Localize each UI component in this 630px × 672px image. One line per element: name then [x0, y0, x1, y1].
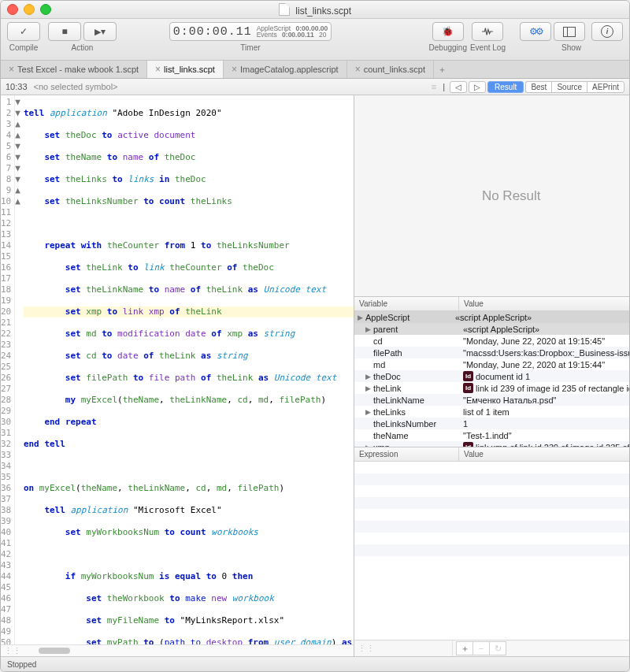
close-icon[interactable]: × [9, 64, 14, 75]
seg-source[interactable]: Source [551, 81, 587, 93]
variables-panel: Variable Value ▶AppleScript«script Apple… [354, 297, 629, 447]
tab-imagecatalog[interactable]: ×ImageCatalog.applescript [224, 61, 347, 78]
close-icon[interactable]: × [355, 64, 361, 75]
timer-ev-label: Events [257, 32, 277, 39]
expressions-header: Expression Value [354, 447, 629, 462]
col-value[interactable]: Value [459, 447, 629, 461]
variable-row[interactable]: cd"Monday, June 22, 2020 at 19:15:45" [354, 335, 629, 347]
variable-row[interactable]: ▶xmpIdlink xmp of link id 239 of image i… [354, 441, 629, 447]
result-format-seg: Best Source AEPrint [525, 81, 624, 93]
expr-remove-button[interactable]: − [473, 641, 490, 655]
expressions-body[interactable] [354, 462, 629, 640]
tab-label: Test Excel - make wbook 1.scpt [17, 65, 139, 74]
variable-row[interactable]: ▶theLinkIdlink id 239 of image id 235 of… [354, 382, 629, 394]
stop-button[interactable]: ■ [48, 22, 81, 41]
symbol-selection[interactable]: <no selected symbol> [34, 82, 118, 91]
variable-row[interactable]: theName"Test-1.indd" [354, 429, 629, 441]
action-group: ■ ▾ Action [48, 22, 117, 52]
zoom-button[interactable] [40, 4, 51, 15]
window-title: list_links.scpt [1, 3, 629, 17]
status-bar: Stopped [1, 656, 629, 671]
variable-row[interactable]: md"Monday, June 22, 2020 at 19:15:44" [354, 358, 629, 370]
variable-row[interactable]: theLinksNumber1 [354, 418, 629, 429]
window: list_links.scpt ✓ Compile ■ ▾ Action 0:0… [0, 0, 630, 672]
toolbar: ✓ Compile ■ ▾ Action 0:00:00.11 AppleScr… [1, 19, 629, 61]
variable-row[interactable]: filePath"macssd:Users:kas:Dropbox:_Busin… [354, 347, 629, 358]
toolbar-right: Debugging Event Log i Show [429, 22, 623, 52]
titlebar: list_links.scpt [1, 1, 629, 19]
editor-pane: 1 2 3 4 5 6 7 8 9 10 11 12 13 14 15 16 1… [1, 95, 354, 656]
timer-lcd: 0:00:00.11 [173, 25, 252, 39]
show-group: i Show [520, 22, 623, 52]
tab-label: count_links.scpt [364, 65, 425, 74]
variable-row[interactable]: ▶parent«script AppleScript» [354, 323, 629, 335]
compile-button[interactable]: ✓ [7, 22, 40, 41]
run-button[interactable]: ▾ [83, 22, 117, 41]
variables-body[interactable]: ▶AppleScript«script AppleScript»▶parent«… [354, 311, 629, 447]
close-button[interactable] [7, 4, 18, 15]
eventlog-group: Event Log [470, 22, 506, 52]
tab-count-links[interactable]: ×count_links.scpt [347, 61, 434, 78]
scroll-thumb[interactable] [39, 648, 70, 654]
close-icon[interactable]: × [232, 64, 237, 75]
fold-gutter[interactable]: ▼ ▼ ▲ ▲ ▼ ▼ ▼ ▼ ▲ ▲ [15, 95, 20, 644]
debugging-group: Debugging [429, 22, 467, 52]
show-label: Show [561, 43, 581, 52]
expr-refresh-button[interactable]: ↻ [490, 641, 506, 655]
expr-drag-icon[interactable]: ⋮⋮ [354, 640, 453, 656]
symbol-time: 10:33 [6, 82, 28, 91]
status-text: Stopped [7, 660, 36, 669]
expressions-panel: Expression Value ⋮⋮ ＋ [354, 447, 629, 656]
variable-row[interactable]: theLinkName"Емченко Наталья.psd" [354, 394, 629, 406]
show-panes-button[interactable] [554, 22, 585, 41]
info-icon: i [601, 25, 613, 38]
nav-back-button[interactable]: ◁ [450, 81, 467, 93]
eventlog-button[interactable] [472, 22, 503, 41]
variable-row[interactable]: ▶AppleScript«script AppleScript» [354, 311, 629, 323]
variable-row[interactable]: ▶theDocIddocument id 1 [354, 370, 629, 382]
nav-fwd-button[interactable]: ▷ [469, 81, 486, 93]
info-button[interactable]: i [591, 22, 623, 41]
main: 1 2 3 4 5 6 7 8 9 10 11 12 13 14 15 16 1… [1, 95, 629, 656]
hamburger-icon[interactable]: ≡ [430, 82, 438, 91]
debugging-button[interactable] [432, 22, 464, 41]
compile-label: Compile [9, 43, 39, 52]
debugging-label: Debugging [429, 43, 467, 52]
pane-icon [563, 27, 576, 37]
new-tab-button[interactable]: ＋ [434, 61, 451, 78]
close-icon[interactable]: × [155, 64, 161, 75]
timer-ev-val: 0:00.00.11 [282, 32, 314, 39]
result-pill[interactable]: Result [487, 81, 524, 93]
editor-hscroll[interactable]: ⋮⋮ [1, 644, 354, 656]
minimize-button[interactable] [24, 4, 35, 15]
hamburger-icon[interactable]: ⋮⋮ [1, 646, 24, 656]
bug-icon [442, 26, 454, 37]
symbol-bar: 10:33 <no selected symbol> ≡ | ◁ ▷ Resul… [1, 79, 629, 95]
gears-icon [529, 26, 542, 37]
timer-meta: AppleScript 0:00.00.00 Events 0:00.00.11… [257, 25, 328, 39]
col-expression[interactable]: Expression [354, 447, 459, 461]
line-gutter: 1 2 3 4 5 6 7 8 9 10 11 12 13 14 15 16 1… [1, 95, 15, 644]
seg-aeprint[interactable]: AEPrint [587, 81, 624, 93]
variable-row[interactable]: ▶theLinkslist of 1 item [354, 406, 629, 418]
col-value[interactable]: Value [459, 297, 629, 310]
action-label: Action [72, 43, 94, 52]
play-icon [94, 26, 101, 37]
tab-list-links[interactable]: ×list_links.scpt [147, 61, 224, 78]
tab-test-excel[interactable]: ×Test Excel - make wbook 1.scpt [1, 61, 147, 78]
timer-ev-count: 20 [319, 32, 326, 39]
right-pane: No Result Variable Value ▶AppleScript«sc… [354, 95, 629, 656]
traffic-lights [7, 4, 51, 15]
show-gears-button[interactable] [520, 22, 551, 41]
expr-add-button[interactable]: ＋ [456, 641, 473, 655]
indesign-icon: Id [463, 383, 473, 393]
result-panel: No Result [354, 95, 629, 297]
document-icon [279, 3, 290, 16]
seg-best[interactable]: Best [525, 81, 551, 93]
col-variable[interactable]: Variable [354, 297, 459, 310]
indesign-icon: Id [463, 442, 473, 447]
no-result-text: No Result [482, 188, 541, 204]
code-editor[interactable]: 1 2 3 4 5 6 7 8 9 10 11 12 13 14 15 16 1… [1, 95, 354, 644]
code-body[interactable]: tell application "Adobe InDesign 2020" s… [20, 95, 354, 644]
tab-label: list_links.scpt [164, 65, 215, 74]
